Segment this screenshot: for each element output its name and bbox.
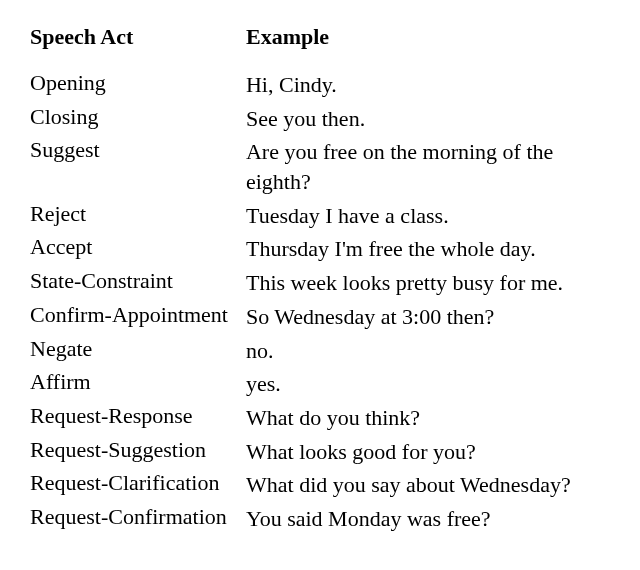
speech-act-label: Affirm: [30, 367, 246, 401]
table-row: Confirm-Appointment So Wednesday at 3:00…: [30, 300, 610, 334]
speech-act-example: So Wednesday at 3:00 then?: [246, 300, 610, 334]
speech-act-label: Confirm-Appointment: [30, 300, 246, 334]
speech-act-label: Request-Suggestion: [30, 435, 246, 469]
table-row: Suggest Are you free on the morning of t…: [30, 135, 610, 198]
speech-act-label: Request-Clarification: [30, 468, 246, 502]
table-row: Closing See you then.: [30, 102, 610, 136]
table-row: Request-Clarification What did you say a…: [30, 468, 610, 502]
speech-act-example: Thursday I'm free the whole day.: [246, 232, 610, 266]
speech-act-example: You said Monday was free?: [246, 502, 610, 536]
table-header-row: Speech Act Example: [30, 20, 610, 68]
speech-act-example: Tuesday I have a class.: [246, 199, 610, 233]
table-row: Affirm yes.: [30, 367, 610, 401]
speech-act-label: Negate: [30, 334, 246, 368]
speech-act-label: Accept: [30, 232, 246, 266]
speech-act-example: What looks good for you?: [246, 435, 610, 469]
speech-act-example: Hi, Cindy.: [246, 68, 610, 102]
speech-act-example: What do you think?: [246, 401, 610, 435]
speech-act-label: Request-Confirmation: [30, 502, 246, 536]
header-example: Example: [246, 20, 610, 68]
speech-act-label: Suggest: [30, 135, 246, 198]
speech-act-example: See you then.: [246, 102, 610, 136]
speech-act-example: What did you say about Wednesday?: [246, 468, 610, 502]
table-row: Negate no.: [30, 334, 610, 368]
speech-act-example: no.: [246, 334, 610, 368]
table-row: Accept Thursday I'm free the whole day.: [30, 232, 610, 266]
speech-act-example: This week looks pretty busy for me.: [246, 266, 610, 300]
speech-act-example: Are you free on the morning of the eight…: [246, 135, 610, 198]
speech-act-label: Closing: [30, 102, 246, 136]
table-row: Request-Confirmation You said Monday was…: [30, 502, 610, 536]
table-row: State-Constraint This week looks pretty …: [30, 266, 610, 300]
table-row: Request-Suggestion What looks good for y…: [30, 435, 610, 469]
table-row: Reject Tuesday I have a class.: [30, 199, 610, 233]
speech-act-example: yes.: [246, 367, 610, 401]
speech-act-label: State-Constraint: [30, 266, 246, 300]
table-row: Request-Response What do you think?: [30, 401, 610, 435]
speech-act-label: Opening: [30, 68, 246, 102]
table-row: Opening Hi, Cindy.: [30, 68, 610, 102]
speech-act-table: Speech Act Example Opening Hi, Cindy. Cl…: [30, 20, 610, 536]
header-speech-act: Speech Act: [30, 20, 246, 68]
speech-act-label: Request-Response: [30, 401, 246, 435]
speech-act-label: Reject: [30, 199, 246, 233]
